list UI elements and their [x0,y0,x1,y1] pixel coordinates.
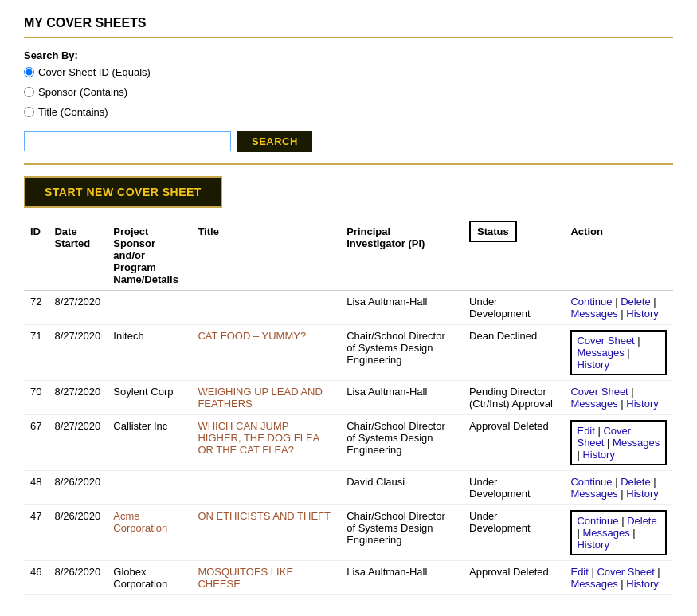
action-link-history[interactable]: History [577,359,609,371]
col-header-id: ID [24,221,48,291]
sponsor-link[interactable]: Acme Corporation [113,510,167,534]
table-row: 728/27/2020Lisa Aultman-HallUnder Develo… [24,291,673,325]
action-link-delete[interactable]: Delete [627,515,657,527]
cell-title[interactable]: ON ETHICISTS AND THEFT [191,505,340,561]
cell-title[interactable]: WHICH CAN JUMP HIGHER, THE DOG FLEA OR T… [191,415,340,471]
action-link-history[interactable]: History [626,398,658,410]
cell-id: 72 [24,291,48,325]
action-link-cover-sheet[interactable]: Cover Sheet [597,566,654,578]
cell-action: Cover Sheet | Messages | History [564,381,673,415]
action-link-messages[interactable]: Messages [570,578,617,590]
action-link-continue[interactable]: Continue [570,296,612,308]
cell-id: 46 [24,561,48,595]
action-link-cover-sheet[interactable]: Cover Sheet [570,386,628,398]
cell-id: 67 [24,415,48,471]
action-separator: | [613,296,621,308]
action-link-messages[interactable]: Messages [570,398,617,410]
action-separator: | [651,476,656,488]
cell-action: Edit | Cover Sheet | Messages | History [564,415,673,471]
bottom-divider [24,163,673,165]
action-link-history[interactable]: History [626,578,658,590]
action-link-edit[interactable]: Edit [577,425,594,437]
cell-status: Under Development [463,471,564,505]
cell-pi: David Clausi [340,471,463,505]
cell-sponsor [107,291,191,325]
cell-id: 70 [24,381,48,415]
action-link-messages[interactable]: Messages [570,308,617,320]
cell-action: Continue | Delete | Messages | History [564,471,673,505]
cell-title[interactable]: WEIGHING UP LEAD AND FEATHERS [191,381,340,415]
cell-status: Approval Deleted [463,415,564,471]
radio-title-input[interactable] [24,107,34,117]
cell-sponsor [107,471,191,505]
cell-date: 8/27/2020 [48,381,107,415]
radio-title-label: Title (Contains) [38,106,108,118]
search-input[interactable] [24,131,231,151]
action-link-history[interactable]: History [582,449,614,461]
radio-sponsor[interactable]: Sponsor (Contains) [24,86,673,98]
radio-sponsor-input[interactable] [24,87,34,97]
cell-sponsor[interactable]: Acme Corporation [107,505,191,561]
action-link-messages[interactable]: Messages [613,437,660,449]
search-by-label: Search By: [24,49,673,61]
action-link-history[interactable]: History [626,308,658,320]
action-separator: | [630,527,636,539]
cell-status: Under Development [463,505,564,561]
page-title: MY COVER SHEETS [24,16,673,30]
action-link-cover-sheet[interactable]: Cover Sheet [577,335,634,347]
action-link-messages[interactable]: Messages [577,347,624,359]
cell-title[interactable]: MOSQUITOES LIKE CHEESE [191,561,340,595]
action-link-delete[interactable]: Delete [621,476,651,488]
title-link[interactable]: ON ETHICISTS AND THEFT [198,510,331,522]
action-items: Cover Sheet | Messages | History [570,330,667,375]
table-row: 678/27/2020Callister IncWHICH CAN JUMP H… [24,415,673,471]
col-header-status: Status [463,221,564,291]
title-link[interactable]: CAT FOOD – YUMMY? [198,330,306,342]
cell-id: 47 [24,505,48,561]
cell-sponsor: Callister Inc [107,415,191,471]
title-link[interactable]: WHICH CAN JUMP HIGHER, THE DOG FLEA OR T… [198,420,319,456]
title-link[interactable]: MOSQUITOES LIKE CHEESE [198,566,293,590]
action-link-messages[interactable]: Messages [582,527,629,539]
radio-sponsor-label: Sponsor (Contains) [38,86,127,98]
radio-cover-sheet-id[interactable]: Cover Sheet ID (Equals) [24,66,673,78]
action-link-delete[interactable]: Delete [621,296,651,308]
action-separator: | [618,308,627,320]
action-separator: | [635,335,640,347]
cell-id: 48 [24,471,48,505]
action-separator: | [655,566,660,578]
cell-date: 8/27/2020 [48,415,107,471]
cell-title [191,291,340,325]
action-link-messages[interactable]: Messages [570,488,617,500]
cell-status: Dean Declined [463,325,564,381]
cell-id: 71 [24,325,48,381]
cell-action: Edit | Cover Sheet | Messages | History [564,561,673,595]
cell-title[interactable]: CAT FOOD – YUMMY? [191,325,340,381]
cell-sponsor: Globex Corporation [107,561,191,595]
cell-date: 8/27/2020 [48,325,107,381]
col-header-title: Title [191,221,340,291]
action-link-continue[interactable]: Continue [577,515,618,527]
cell-date: 8/26/2020 [48,561,107,595]
action-items: Cover Sheet | Messages | History [570,386,658,410]
action-separator: | [618,488,627,500]
start-new-cover-sheet-button[interactable]: START NEW COVER SHEET [24,176,222,208]
search-button[interactable]: SEARCH [237,131,312,152]
action-link-history[interactable]: History [577,539,609,551]
table-row: 478/26/2020Acme CorporationON ETHICISTS … [24,505,673,561]
cell-status: Approval Deleted [463,561,564,595]
radio-title[interactable]: Title (Contains) [24,106,673,118]
action-link-edit[interactable]: Edit [570,566,588,578]
action-separator: | [619,515,628,527]
action-separator: | [595,425,604,437]
action-link-continue[interactable]: Continue [570,476,612,488]
title-link[interactable]: WEIGHING UP LEAD AND FEATHERS [198,386,323,410]
cell-action: Continue | Delete | Messages | History [564,505,673,561]
cell-pi: Chair/School Director of Systems Design … [340,415,463,471]
cell-pi: Lisa Aultman-Hall [340,381,463,415]
action-link-history[interactable]: History [626,488,658,500]
action-separator: | [625,347,630,359]
cover-sheets-table: ID DateStarted Project Sponsorand/or Pro… [24,221,673,595]
radio-cover-sheet-id-input[interactable] [24,67,34,77]
col-header-action: Action [564,221,673,291]
